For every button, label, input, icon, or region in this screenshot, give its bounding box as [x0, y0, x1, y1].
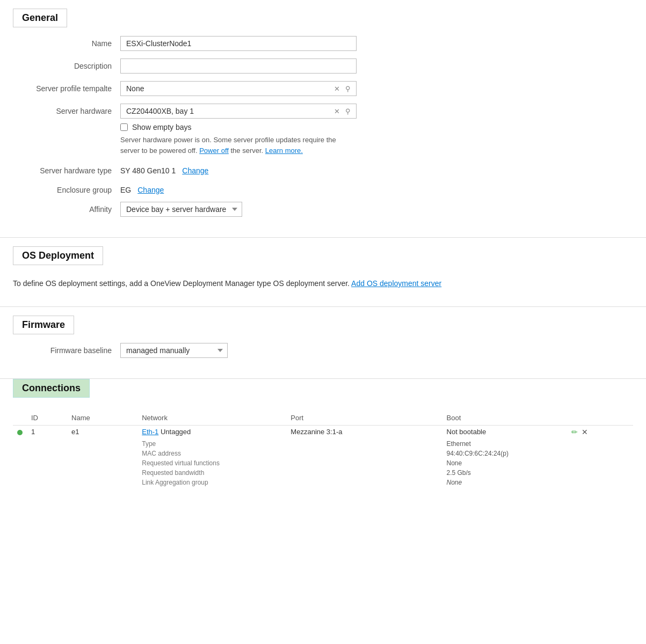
connections-table: ID Name Network Port Boot 1	[13, 411, 633, 487]
general-title: General	[22, 12, 58, 24]
conn-detail-empty13	[13, 478, 27, 487]
connections-col-status	[13, 411, 27, 426]
conn-network-tag: Untagged	[161, 428, 191, 436]
show-empty-bays-checkbox[interactable]	[120, 123, 128, 131]
firmware-baseline-row: Firmware baseline managed manually None	[0, 343, 646, 358]
server-hardware-search-btn[interactable]: ⚲	[344, 106, 352, 116]
conn-actions-cell: ✏ ✕	[567, 426, 633, 440]
connections-col-boot: Boot	[442, 411, 567, 426]
server-profile-template-row: Server profile tempalte ✕ ⚲	[0, 81, 646, 96]
conn-network-link[interactable]: Eth-1	[142, 428, 158, 436]
conn-lag-value: None	[447, 479, 462, 486]
conn-detail-lag-cell: Link Aggregation group	[137, 478, 442, 487]
description-row: Description	[0, 58, 646, 74]
conn-boot-cell: Not bootable	[442, 426, 567, 440]
description-label: Description	[13, 58, 120, 70]
affinity-area: Device bay + server hardware Device bay	[120, 202, 389, 217]
conn-detail-vf-value-cell: None	[442, 458, 633, 468]
conn-detail-empty4	[13, 449, 27, 458]
conn-id: 1	[31, 428, 35, 436]
general-section: General Name Description Server profile …	[0, 0, 646, 238]
server-hardware-type-change-btn[interactable]: Change	[182, 166, 208, 175]
conn-detail-type-value-cell: Ethernet	[442, 439, 633, 449]
enclosure-group-change-btn[interactable]: Change	[137, 186, 164, 194]
os-deployment-description-area: To define OS deployment settings, add a …	[0, 274, 646, 294]
enclosure-group-label: Enclosure group	[13, 182, 120, 194]
server-hardware-input-wrapper: ✕ ⚲	[120, 104, 357, 119]
server-profile-template-search-btn[interactable]: ⚲	[344, 84, 352, 94]
name-input[interactable]	[120, 36, 357, 51]
name-row: Name	[0, 36, 646, 51]
conn-detail-empty15	[67, 478, 137, 487]
enclosure-group-value-row: EG Change	[120, 182, 389, 194]
server-hardware-input[interactable]	[121, 104, 333, 118]
name-label: Name	[13, 36, 120, 48]
firmware-baseline-select[interactable]: managed manually None	[120, 343, 228, 358]
enclosure-group-value: EG	[120, 186, 131, 194]
firmware-baseline-area: managed manually None	[120, 343, 389, 358]
show-empty-bays-row: Show empty bays	[120, 123, 389, 131]
connections-table-wrapper: ID Name Network Port Boot 1	[0, 411, 646, 487]
conn-detail-vf-row: Requested virtual functions None	[13, 458, 633, 468]
conn-delete-btn[interactable]: ✕	[582, 428, 588, 436]
conn-detail-mac-cell: MAC address	[137, 449, 442, 458]
server-profile-template-icons: ✕ ⚲	[333, 84, 356, 94]
connections-col-port: Port	[286, 411, 442, 426]
show-empty-bays-label[interactable]: Show empty bays	[132, 123, 192, 131]
connections-col-id: ID	[27, 411, 67, 426]
conn-detail-bw-value-cell: 2.5 Gb/s	[442, 468, 633, 478]
conn-mac-value: 94:40:C9:6C:24:24(p)	[447, 450, 509, 457]
conn-detail-empty3	[67, 439, 137, 449]
conn-detail-bw-row: Requested bandwidth 2.5 Gb/s	[13, 468, 633, 478]
server-profile-template-input[interactable]	[121, 82, 333, 96]
conn-boot: Not bootable	[447, 428, 487, 436]
connections-title: Connections	[22, 383, 81, 394]
server-hardware-label: Server hardware	[13, 104, 120, 115]
conn-detail-empty11	[27, 468, 67, 478]
conn-network-cell: Eth-1 Untagged	[137, 426, 286, 440]
conn-port-cell: Mezzanine 3:1-a	[286, 426, 442, 440]
os-deployment-description: To define OS deployment settings, add a …	[13, 279, 350, 288]
conn-detail-empty14	[27, 478, 67, 487]
conn-bw-label: Requested bandwidth	[142, 469, 204, 477]
connections-header-row: ID Name Network Port Boot	[13, 411, 633, 426]
conn-name: e1	[71, 428, 79, 436]
conn-detail-empty12	[67, 468, 137, 478]
enclosure-group-area: EG Change	[120, 182, 389, 194]
affinity-label: Affinity	[13, 202, 120, 214]
power-off-link[interactable]: Power off	[199, 147, 229, 155]
add-os-deployment-server-link[interactable]: Add OS deployment server	[351, 279, 441, 288]
firmware-title: Firmware	[22, 319, 65, 331]
conn-detail-type-row: Type Ethernet	[13, 439, 633, 449]
conn-detail-bw-cell: Requested bandwidth	[137, 468, 442, 478]
connections-col-name: Name	[67, 411, 137, 426]
os-deployment-title: OS Deployment	[22, 250, 94, 261]
affinity-select[interactable]: Device bay + server hardware Device bay	[120, 202, 242, 217]
description-field-area	[120, 58, 389, 74]
conn-detail-type-cell: Type	[137, 439, 442, 449]
connections-table-body: 1 e1 Eth-1 Untagged Mezzanine 3:1-a Not …	[13, 426, 633, 488]
server-hardware-type-row: Server hardware type SY 480 Gen10 1 Chan…	[0, 163, 646, 175]
conn-lag-label: Link Aggregation group	[142, 479, 208, 486]
conn-detail-empty8	[27, 458, 67, 468]
conn-detail-lag-row: Link Aggregation group None	[13, 478, 633, 487]
connections-section-header: Connections	[13, 379, 90, 398]
server-hardware-clear-btn[interactable]: ✕	[333, 106, 341, 116]
conn-bw-value: 2.5 Gb/s	[447, 469, 471, 477]
conn-detail-empty5	[27, 449, 67, 458]
conn-edit-btn[interactable]: ✏	[571, 428, 578, 436]
description-input[interactable]	[120, 58, 357, 74]
conn-detail-empty2	[27, 439, 67, 449]
server-profile-template-clear-btn[interactable]: ✕	[333, 84, 341, 94]
server-hardware-field-area: ✕ ⚲ Show empty bays Server hardware powe…	[120, 104, 389, 156]
enclosure-group-row: Enclosure group EG Change	[0, 182, 646, 194]
conn-type-label: Type	[142, 440, 156, 448]
learn-more-link[interactable]: Learn more.	[265, 147, 303, 155]
firmware-baseline-label: Firmware baseline	[13, 343, 120, 355]
conn-detail-mac-value-cell: 94:40:C9:6C:24:24(p)	[442, 449, 633, 458]
server-profile-template-field-area: ✕ ⚲	[120, 81, 389, 96]
server-hardware-row: Server hardware ✕ ⚲ Show empty bays Serv…	[0, 104, 646, 156]
server-hardware-type-label: Server hardware type	[13, 163, 120, 175]
conn-detail-empty6	[67, 449, 137, 458]
server-profile-template-input-wrapper: ✕ ⚲	[120, 81, 357, 96]
